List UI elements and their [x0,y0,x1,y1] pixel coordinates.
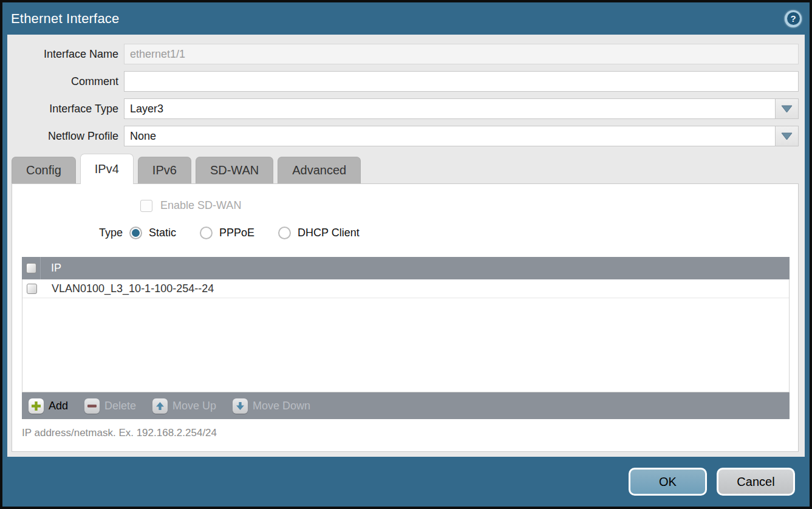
dialog-footer: OK Cancel [2,457,810,507]
chevron-down-icon [781,105,793,113]
help-icon[interactable]: ? [785,10,802,27]
radio-pppoe[interactable]: PPPoE [200,227,254,239]
row-checkbox-cell [22,279,41,298]
netflow-profile-label: Netflow Profile [7,130,124,143]
netflow-profile-dropdown-button[interactable] [776,126,799,146]
radio-dhcp-client[interactable]: DHCP Client [278,227,360,239]
interface-type-select: Layer3 [124,98,799,119]
interface-type-value[interactable]: Layer3 [124,98,776,119]
cancel-button[interactable]: Cancel [717,468,795,496]
form-row-interface-name: Interface Name [7,44,799,64]
interface-type-dropdown-button[interactable] [776,98,799,119]
delete-button-label: Delete [104,400,136,412]
ip-table-body: VLAN0100_L3_10-1-100-254--24 [22,279,790,392]
row-ip-value: VLAN0100_L3_10-1-100-254--24 [41,282,214,295]
table-row[interactable]: VLAN0100_L3_10-1-100-254--24 [22,279,789,298]
move-down-button-label: Move Down [253,400,310,412]
tab-config[interactable]: Config [12,157,76,183]
interface-name-field[interactable] [124,44,799,64]
select-all-checkbox[interactable] [26,263,36,273]
tab-advanced[interactable]: Advanced [278,157,361,183]
tab-sd-wan[interactable]: SD-WAN [196,157,273,183]
comment-label: Comment [7,75,124,88]
ipv4-panel: Enable SD-WAN Type Static PPPoE DHCP Cli… [12,183,799,452]
radio-static[interactable]: Static [129,227,176,239]
comment-field[interactable] [124,71,799,92]
titlebar: Ethernet Interface ? [2,2,810,35]
arrow-up-icon [152,398,168,414]
enable-sdwan-row: Enable SD-WAN [140,199,798,212]
tab-bar: Config IPv4 IPv6 SD-WAN Advanced [7,153,805,183]
radio-static-label: Static [149,227,176,239]
enable-sdwan-checkbox[interactable] [140,200,152,212]
ip-table-toolbar: Add Delete Move Up [22,392,790,419]
column-header-ip: IP [41,262,61,275]
interface-type-label: Interface Type [7,103,124,115]
chevron-down-icon [781,132,793,140]
radio-pppoe-label: PPPoE [219,227,254,239]
delete-button[interactable]: Delete [84,398,136,414]
move-down-button[interactable]: Move Down [233,398,310,414]
netflow-profile-select: None [124,126,799,146]
minus-icon [84,398,100,414]
tab-ipv6[interactable]: IPv6 [138,157,191,183]
form-row-interface-type: Interface Type Layer3 [7,98,799,119]
form-row-comment: Comment [7,71,799,92]
radio-icon [200,227,213,239]
radio-icon [129,227,142,239]
ethernet-interface-dialog: Ethernet Interface ? Interface Name Comm… [0,0,812,509]
radio-dhcp-client-label: DHCP Client [298,227,360,239]
netflow-profile-value[interactable]: None [124,126,776,146]
header-checkbox-cell [22,257,41,279]
dialog-content: Interface Name Comment Interface Type La… [7,35,805,457]
type-row: Type Static PPPoE DHCP Client [12,227,798,239]
tab-ipv4[interactable]: IPv4 [80,154,134,184]
help-icon-glyph: ? [787,12,800,25]
arrow-down-icon [233,398,248,414]
move-up-button-label: Move Up [172,400,216,412]
ip-table: IP VLAN0100_L3_10-1-100-254--24 [22,257,790,419]
move-up-button[interactable]: Move Up [152,398,216,414]
ip-table-header: IP [22,257,790,279]
enable-sdwan-label: Enable SD-WAN [160,199,241,212]
row-checkbox[interactable] [27,284,37,294]
interface-name-label: Interface Name [7,48,124,61]
add-button[interactable]: Add [29,398,68,414]
add-button-label: Add [49,400,68,412]
plus-icon [29,398,44,414]
dialog-title: Ethernet Interface [11,11,119,27]
ip-format-hint: IP address/netmask. Ex. 192.168.2.254/24 [22,427,798,439]
form-row-netflow-profile: Netflow Profile None [7,126,799,146]
radio-icon [278,227,291,239]
type-label: Type [12,227,129,239]
ok-button[interactable]: OK [629,468,707,496]
